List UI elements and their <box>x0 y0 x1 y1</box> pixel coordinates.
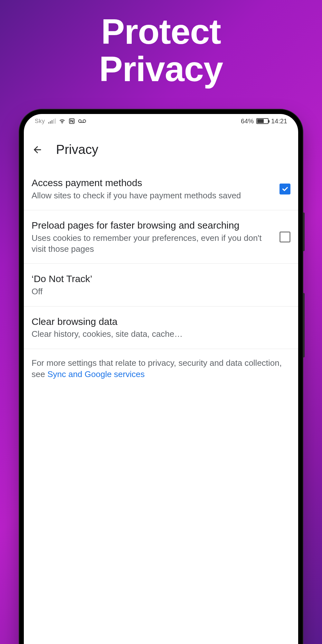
checkbox-preload-pages[interactable] <box>279 232 290 242</box>
phone-frame: Sky 64% 14:21 <box>19 109 303 644</box>
checkbox-access-payment[interactable] <box>279 184 290 194</box>
setting-clear-browsing-data[interactable]: Clear browsing data Clear history, cooki… <box>24 307 298 349</box>
setting-subtitle: Uses cookies to remember your preference… <box>32 233 273 255</box>
setting-title: Preload pages for faster browsing and se… <box>32 219 273 232</box>
voicemail-icon <box>78 119 86 123</box>
arrow-left-icon <box>32 144 43 155</box>
carrier-label: Sky <box>35 118 45 125</box>
statusbar: Sky 64% 14:21 <box>24 114 298 128</box>
setting-subtitle: Allow sites to check if you have payment… <box>32 190 273 201</box>
appbar: Privacy <box>24 128 298 168</box>
privacy-footnote: For more settings that relate to privacy… <box>24 349 298 388</box>
sync-services-link[interactable]: Sync and Google services <box>47 369 145 379</box>
battery-icon <box>256 118 269 124</box>
hero-banner: Protect Privacy <box>0 0 322 87</box>
setting-access-payment-methods[interactable]: Access payment methods Allow sites to ch… <box>24 168 298 210</box>
page-title: Privacy <box>56 142 98 157</box>
signal-icon <box>48 118 56 124</box>
back-button[interactable] <box>30 143 44 157</box>
nfc-icon <box>69 118 75 124</box>
svg-point-2 <box>83 120 86 123</box>
phone-screen: Sky 64% 14:21 <box>24 114 298 644</box>
settings-list: Access payment methods Allow sites to ch… <box>24 168 298 644</box>
battery-percent: 64% <box>241 118 254 125</box>
setting-do-not-track[interactable]: ‘Do Not Track’ Off <box>24 264 298 306</box>
check-icon <box>281 185 289 193</box>
wifi-icon <box>59 118 65 124</box>
setting-preload-pages[interactable]: Preload pages for faster browsing and se… <box>24 210 298 264</box>
svg-point-1 <box>78 120 81 123</box>
setting-subtitle: Off <box>32 286 290 297</box>
setting-subtitle: Clear history, cookies, site data, cache… <box>32 329 290 340</box>
setting-title: Clear browsing data <box>32 316 290 328</box>
hero-line1: Protect <box>101 12 221 51</box>
hero-line2: Privacy <box>99 49 223 89</box>
setting-title: Access payment methods <box>32 177 273 189</box>
setting-title: ‘Do Not Track’ <box>32 273 290 285</box>
clock: 14:21 <box>271 118 287 125</box>
